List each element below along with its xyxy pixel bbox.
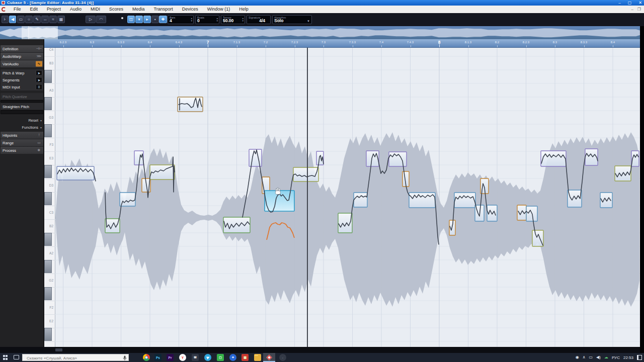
taskbar-app-photoshop[interactable]: Ps — [152, 353, 164, 362]
taskbar-app-browser-compass[interactable]: ✦ — [227, 353, 239, 362]
crosshair-icon[interactable]: ✚ — [159, 16, 167, 23]
cursor-arrow-icon[interactable]: ➤ — [36, 70, 42, 76]
task-view-button[interactable] — [14, 355, 19, 359]
snap-type-icon[interactable]: ▸ — [143, 16, 151, 23]
inspector-pitch-quantize[interactable]: Pitch Quantize — [1, 93, 43, 100]
grid-tool-icon[interactable]: ▦ — [57, 16, 65, 23]
inspector-functions[interactable]: Functions▾ — [1, 124, 43, 130]
clock[interactable]: 22:53 — [623, 355, 633, 360]
zero-crossing-icon[interactable]: ▪ — [151, 16, 159, 23]
spinner-control[interactable]: ▴▾ — [191, 17, 192, 22]
black-key[interactable] — [44, 192, 52, 205]
network-icon[interactable]: ▭ — [589, 353, 593, 362]
variaudio-segment[interactable] — [409, 193, 435, 208]
range-icon[interactable]: ▭ — [36, 140, 42, 146]
inspector-range[interactable]: Range▭ — [1, 139, 43, 146]
variaudio-segment[interactable] — [532, 230, 543, 246]
taskbar-app-premiere[interactable]: Pr — [164, 353, 176, 362]
cursor-arrow-icon[interactable]: ➤ — [36, 77, 42, 83]
zoom-tool-icon[interactable]: ○ — [25, 16, 33, 23]
menu-item-audio[interactable]: Audio — [65, 6, 86, 13]
black-key[interactable] — [44, 260, 52, 273]
inspector-segments[interactable]: Segments➤ — [1, 76, 43, 83]
variaudio-segment[interactable] — [293, 167, 318, 182]
taskbar-app-telegram[interactable] — [202, 353, 214, 362]
snap-icon[interactable]: ▾ — [135, 16, 143, 23]
child-restore-button[interactable]: ❐ — [637, 6, 641, 13]
field-value[interactable]: 50.00 — [223, 18, 233, 23]
taskbar-app-cubase[interactable] — [263, 353, 275, 362]
menu-item-devices[interactable]: Devices — [178, 6, 203, 13]
draw-tool-icon[interactable]: ✎ — [33, 16, 41, 23]
horizontal-scrollbar-thumb[interactable] — [55, 348, 62, 351]
black-key[interactable] — [44, 233, 52, 246]
child-minimize-button[interactable]: – — [631, 6, 633, 13]
audiowarp-icon[interactable]: ⋙ — [36, 54, 42, 59]
taskbar-app-mail[interactable]: ✉ — [189, 353, 201, 362]
field-algorithm[interactable]: AlgorithmSolo▼ — [272, 15, 312, 24]
field-value[interactable]: 4/4 — [259, 18, 265, 23]
taskbar-app-app-dark[interactable]: ◦ — [277, 353, 289, 362]
variaudio-segment[interactable] — [57, 166, 94, 180]
notification-center-icon[interactable] — [637, 355, 642, 360]
trim-tool-icon[interactable]: ↔ — [41, 16, 49, 23]
autoscroll-icon[interactable]: ▷ — [86, 16, 96, 23]
inspector-audiowarp[interactable]: AudioWarp⋙ — [1, 53, 43, 60]
black-key[interactable] — [44, 97, 52, 110]
menu-item-transport[interactable]: Transport — [149, 6, 178, 13]
variaudio-segment[interactable] — [354, 193, 367, 207]
inspector-reset[interactable]: Reset▾ — [1, 117, 43, 123]
taskbar-app-file-explorer[interactable] — [252, 353, 264, 362]
menu-item-midi[interactable]: MIDI — [86, 6, 105, 13]
solo-editor-icon[interactable]: ⊦ — [2, 16, 9, 23]
variaudio-segment[interactable] — [568, 190, 582, 207]
definition-icon[interactable]: ⊣⊢ — [36, 46, 42, 52]
black-key[interactable] — [44, 70, 52, 83]
inspector-pitch-warp[interactable]: Pitch & Warp➤ — [1, 69, 43, 76]
black-key[interactable] — [44, 165, 52, 178]
menu-item-media[interactable]: Media — [128, 6, 149, 13]
dropdown-caret-icon[interactable]: ▼ — [307, 20, 310, 23]
inspector-definition[interactable]: Definition⊣⊢ — [1, 45, 43, 52]
language-indicator[interactable]: РУС — [612, 355, 620, 360]
taskbar-search[interactable] — [22, 354, 129, 361]
midi-plug-icon[interactable]: ⠿ — [36, 84, 42, 90]
spinner-control[interactable]: ▴▾ — [216, 17, 218, 22]
variaudio-segment[interactable] — [178, 97, 203, 112]
inspector-hitpoints[interactable]: Hitpoints⊺ — [1, 132, 43, 139]
show-audio-event-icon[interactable]: ◫ — [127, 16, 135, 23]
cloud-icon[interactable]: ☁ — [604, 353, 608, 362]
taskbar-app-chrome[interactable] — [140, 353, 152, 362]
variaudio-segment[interactable] — [120, 193, 135, 206]
warp-tool-icon[interactable]: ≈ — [49, 16, 57, 23]
hitpoints-icon[interactable]: ⊺ — [36, 133, 42, 138]
inspector-process[interactable]: Process✱ — [1, 147, 43, 154]
overview-visible-region[interactable] — [22, 26, 58, 39]
spinner-control[interactable]: ▴▾ — [242, 17, 244, 22]
menu-item-scores[interactable]: Scores — [105, 6, 128, 13]
variaudio-segment[interactable] — [454, 193, 475, 208]
field-value[interactable]: 4 — [170, 18, 172, 23]
menu-item-file[interactable]: File — [9, 6, 26, 13]
black-key[interactable] — [44, 287, 52, 300]
volume-icon[interactable]: ◀) — [596, 353, 601, 362]
timeline-ruler[interactable]: 6.2.36.36.3.36.46.4.377.1.37.27.2.37.37.… — [44, 39, 640, 48]
loop-icon[interactable]: ◠ — [96, 16, 106, 23]
field-tempo[interactable]: Tempo50.00▴▾ — [221, 15, 245, 24]
variaudio-segment[interactable] — [541, 151, 566, 166]
range-select-icon[interactable]: ▭ — [17, 16, 25, 23]
process-icon[interactable]: ✱ — [36, 148, 42, 153]
inspector-midi-input[interactable]: MIDI Input⠿ — [1, 83, 43, 90]
field-value[interactable]: 0 — [197, 18, 200, 23]
close-button[interactable]: ✕ — [638, 0, 642, 6]
black-key[interactable] — [44, 124, 52, 137]
variaudio-icon[interactable]: ∿ — [36, 61, 42, 67]
variaudio-segment[interactable] — [366, 151, 379, 166]
waveform-overview[interactable] — [0, 26, 644, 39]
black-key[interactable] — [44, 328, 52, 341]
taskbar-app-yandex-browser[interactable]: Y — [177, 353, 189, 362]
chevron-up-icon[interactable]: ∧ — [583, 353, 586, 362]
taskbar-app-app-green[interactable]: ◻ — [214, 353, 226, 362]
variaudio-segment[interactable] — [585, 149, 598, 165]
game-bar-icon[interactable]: ◉ — [576, 353, 579, 362]
